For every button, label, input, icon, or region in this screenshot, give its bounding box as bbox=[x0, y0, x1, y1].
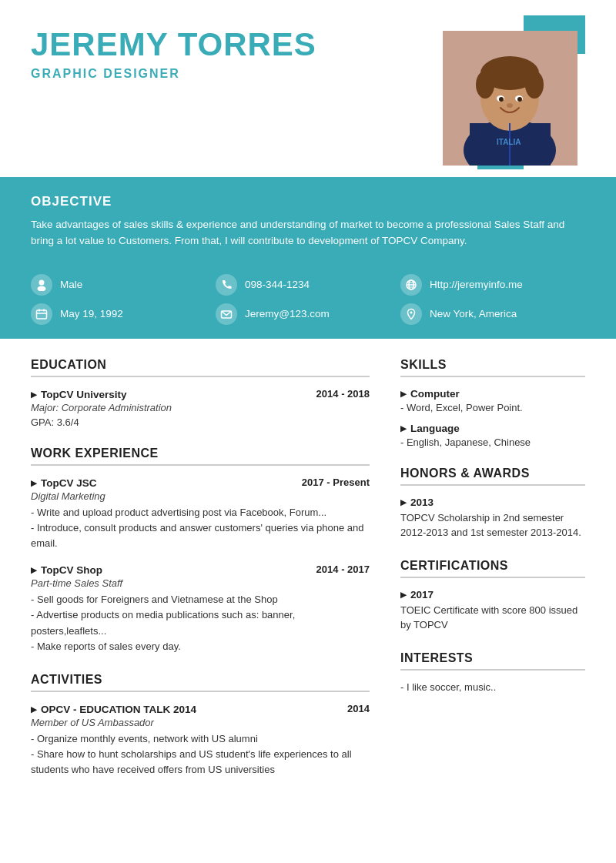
main-content: EDUCATION TopCV University 2014 - 2018 M… bbox=[0, 339, 616, 819]
work-entry-0: TopCV JSC 2017 - Present Digital Marketi… bbox=[31, 477, 370, 551]
info-location: New York, America bbox=[400, 303, 585, 325]
activity-name-0: OPCV - EDUCATION TALK 2014 bbox=[31, 704, 196, 715]
activities-section: ACTIVITIES OPCV - EDUCATION TALK 2014 20… bbox=[31, 673, 370, 778]
skills-title: SKILLS bbox=[400, 358, 585, 377]
svg-point-10 bbox=[499, 97, 504, 102]
cert-year-0: 2017 bbox=[400, 589, 585, 600]
work-entry-header-0: TopCV JSC 2017 - Present bbox=[31, 477, 370, 489]
work-subtitle-0: Digital Marketing bbox=[31, 490, 370, 502]
education-major-0: Major: Corporate Administration bbox=[31, 402, 370, 413]
svg-point-16 bbox=[38, 286, 46, 291]
candidate-title: GRAPHIC DESIGNER bbox=[31, 67, 424, 81]
certifications-title: CERTIFICATIONS bbox=[400, 559, 585, 578]
honors-section: HONORS & AWARDS 2013 TOPCV Scholarship i… bbox=[400, 467, 585, 540]
education-gpa-0: GPA: 3.6/4 bbox=[31, 416, 370, 428]
svg-rect-22 bbox=[37, 310, 47, 319]
work-entry-header-1: TopCV Shop 2014 - 2017 bbox=[31, 564, 370, 576]
work-dates-1: 2014 - 2017 bbox=[316, 564, 370, 575]
svg-point-7 bbox=[525, 71, 544, 99]
certifications-section: CERTIFICATIONS 2017 TOEIC Certificate wi… bbox=[400, 559, 585, 633]
objective-text: Take advantages of sales skills & experi… bbox=[31, 217, 585, 249]
skills-section: SKILLS Computer - Word, Excel, Power Poi… bbox=[400, 358, 585, 448]
work-details-1: - Sell goods for Foreigners and Vietname… bbox=[31, 592, 370, 654]
objective-content: OBJECTIVE Take advantages of sales skill… bbox=[31, 194, 585, 249]
svg-text:ITALIA: ITALIA bbox=[497, 138, 521, 146]
right-column: SKILLS Computer - Word, Excel, Power Poi… bbox=[400, 358, 585, 796]
work-company-0: TopCV JSC bbox=[31, 477, 97, 489]
svg-point-11 bbox=[517, 97, 522, 102]
objective-title: OBJECTIVE bbox=[31, 194, 585, 209]
skill-entry-1: Language - English, Japanese, Chinese bbox=[400, 423, 585, 448]
svg-point-12 bbox=[507, 103, 513, 108]
left-column: EDUCATION TopCV University 2014 - 2018 M… bbox=[31, 358, 370, 796]
photo-area: ITALIA bbox=[424, 23, 585, 146]
info-email: Jeremy@123.com bbox=[216, 303, 400, 325]
skill-entry-0: Computer - Word, Excel, Power Point. bbox=[400, 388, 585, 413]
phone-icon bbox=[216, 274, 237, 296]
header-text: JEREMY TORRES GRAPHIC DESIGNER bbox=[31, 23, 424, 81]
info-website: Http://jeremyinfo.me bbox=[400, 274, 585, 296]
email-value: Jeremy@123.com bbox=[245, 308, 330, 319]
objective-section: OBJECTIVE Take advantages of sales skill… bbox=[0, 177, 616, 266]
email-icon bbox=[216, 303, 237, 325]
candidate-name: JEREMY TORRES bbox=[31, 27, 424, 62]
activity-entry-0: OPCV - EDUCATION TALK 2014 2014 Member o… bbox=[31, 703, 370, 778]
activity-entry-header-0: OPCV - EDUCATION TALK 2014 2014 bbox=[31, 703, 370, 715]
work-dates-0: 2017 - Present bbox=[302, 477, 370, 488]
activities-title: ACTIVITIES bbox=[31, 673, 370, 692]
work-experience-section: WORK EXPERIENCE TopCV JSC 2017 - Present… bbox=[31, 447, 370, 654]
work-details-0: - Write and upload product advertising p… bbox=[31, 505, 370, 551]
education-section: EDUCATION TopCV University 2014 - 2018 M… bbox=[31, 358, 370, 428]
header-section: JEREMY TORRES GRAPHIC DESIGNER bbox=[0, 0, 616, 146]
cert-entry-0: 2017 TOEIC Certificate with score 800 is… bbox=[400, 589, 585, 633]
globe-icon bbox=[400, 274, 422, 296]
skill-detail-1: - English, Japanese, Chinese bbox=[400, 437, 585, 448]
interests-title: INTERESTS bbox=[400, 651, 585, 671]
work-subtitle-1: Part-time Sales Staff bbox=[31, 577, 370, 589]
resume-container: JEREMY TORRES GRAPHIC DESIGNER bbox=[0, 0, 616, 863]
education-school-0: TopCV University bbox=[31, 389, 127, 400]
location-value: New York, America bbox=[430, 308, 517, 319]
interests-text: - I like soccer, music.. bbox=[400, 681, 585, 693]
honor-entry-0: 2013 TOPCV Scholarship in 2nd semester 2… bbox=[400, 497, 585, 540]
honor-year-0: 2013 bbox=[400, 497, 585, 508]
work-company-1: TopCV Shop bbox=[31, 564, 102, 576]
candidate-photo: ITALIA bbox=[443, 31, 578, 166]
work-entry-1: TopCV Shop 2014 - 2017 Part-time Sales S… bbox=[31, 564, 370, 654]
activity-subtitle-0: Member of US Ambassador bbox=[31, 717, 370, 728]
education-entry-0: TopCV University 2014 - 2018 Major: Corp… bbox=[31, 388, 370, 428]
info-gender: Male bbox=[31, 274, 216, 296]
location-icon bbox=[400, 303, 422, 325]
gender-value: Male bbox=[60, 279, 82, 290]
work-experience-title: WORK EXPERIENCE bbox=[31, 447, 370, 466]
calendar-icon bbox=[31, 303, 52, 325]
honor-text-0: TOPCV Scholarship in 2nd semester 2012-2… bbox=[400, 510, 585, 540]
skill-name-0: Computer bbox=[400, 388, 585, 400]
activity-dates-0: 2014 bbox=[347, 703, 370, 714]
education-title: EDUCATION bbox=[31, 358, 370, 377]
cert-text-0: TOEIC Certificate with score 800 issued … bbox=[400, 603, 585, 633]
activity-details-0: - Organize monthly events, network with … bbox=[31, 731, 370, 778]
svg-point-27 bbox=[410, 311, 413, 313]
svg-point-15 bbox=[39, 279, 45, 285]
interests-section: INTERESTS - I like soccer, music.. bbox=[400, 651, 585, 693]
phone-value: 098-344-1234 bbox=[245, 279, 310, 290]
dob-value: May 19, 1992 bbox=[60, 308, 123, 319]
svg-point-6 bbox=[476, 71, 494, 99]
skill-detail-0: - Word, Excel, Power Point. bbox=[400, 402, 585, 413]
info-dob: May 19, 1992 bbox=[31, 303, 216, 325]
info-section: Male 098-344-1234 Http://jeremyinfo.me bbox=[0, 266, 616, 339]
info-phone: 098-344-1234 bbox=[216, 274, 400, 296]
website-value: Http://jeremyinfo.me bbox=[430, 279, 523, 290]
skill-name-1: Language bbox=[400, 423, 585, 434]
education-dates-0: 2014 - 2018 bbox=[316, 388, 370, 400]
honors-title: HONORS & AWARDS bbox=[400, 467, 585, 486]
education-entry-header-0: TopCV University 2014 - 2018 bbox=[31, 388, 370, 400]
person-icon bbox=[31, 274, 52, 296]
